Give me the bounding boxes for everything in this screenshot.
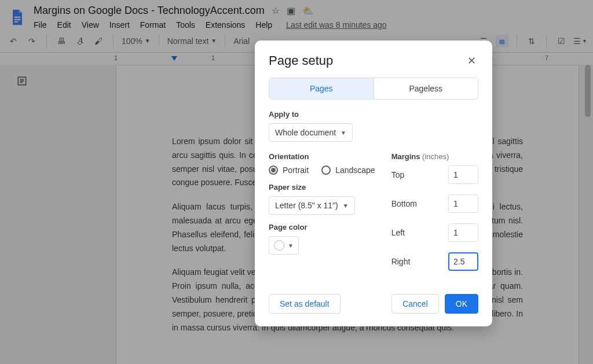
- tab-pages[interactable]: Pages: [269, 78, 374, 99]
- orientation-label: Orientation: [269, 152, 375, 161]
- margin-top-input[interactable]: [448, 166, 478, 184]
- color-swatch-icon: [274, 240, 284, 251]
- radio-label: Landscape: [335, 166, 375, 175]
- set-default-button[interactable]: Set as default: [269, 294, 341, 314]
- apply-to-label: Apply to: [269, 110, 478, 119]
- close-icon[interactable]: ✕: [464, 54, 478, 67]
- radio-icon: [269, 166, 278, 175]
- margin-right-input[interactable]: [448, 252, 478, 271]
- page-setup-dialog: Page setup ✕ Pages Pageless Apply to Who…: [255, 41, 492, 326]
- cancel-button[interactable]: Cancel: [391, 294, 439, 314]
- margins-label: Margins (inches): [391, 152, 478, 161]
- ok-button[interactable]: OK: [445, 294, 478, 314]
- margin-top-label: Top: [391, 170, 405, 179]
- dialog-title: Page setup: [269, 53, 333, 68]
- margin-left-input[interactable]: [448, 223, 478, 242]
- margin-bottom-label: Bottom: [391, 199, 417, 208]
- paper-size-label: Paper size: [269, 183, 375, 192]
- chevron-down-icon: ▼: [288, 242, 294, 249]
- apply-to-value: Whole document: [275, 128, 336, 137]
- radio-label: Portrait: [283, 166, 309, 175]
- margin-left-label: Left: [391, 228, 405, 237]
- orientation-landscape-radio[interactable]: Landscape: [321, 166, 375, 175]
- page-color-select[interactable]: ▼: [269, 236, 299, 255]
- margin-right-label: Right: [391, 257, 411, 266]
- chevron-down-icon: ▼: [341, 130, 346, 136]
- page-color-label: Page color: [269, 223, 375, 231]
- tab-pageless[interactable]: Pageless: [374, 78, 478, 99]
- paper-size-value: Letter (8.5" x 11"): [275, 201, 338, 210]
- apply-to-select[interactable]: Whole document ▼: [269, 123, 353, 142]
- orientation-portrait-radio[interactable]: Portrait: [269, 166, 309, 175]
- radio-icon: [321, 166, 331, 175]
- margin-bottom-input[interactable]: [448, 194, 478, 213]
- chevron-down-icon: ▼: [343, 203, 349, 209]
- paper-size-select[interactable]: Letter (8.5" x 11") ▼: [269, 196, 355, 215]
